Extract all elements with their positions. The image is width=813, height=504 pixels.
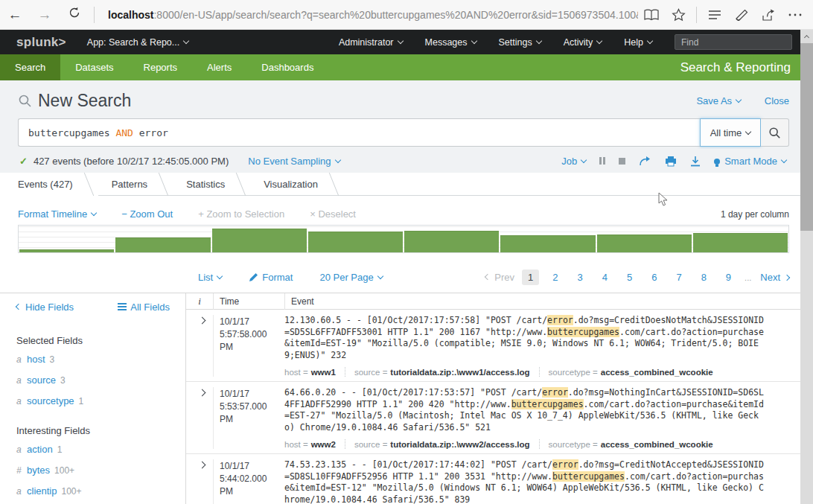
address-bar[interactable]: localhost:8000/en-US/app/search/search?q…	[99, 9, 638, 21]
field-host[interactable]: ahost3	[16, 352, 185, 367]
event-raw-text[interactable]: 12.130.60.5 - - [01/Oct/2017:17:57:58] "…	[284, 315, 792, 361]
nav-datasets[interactable]: Datasets	[60, 54, 128, 80]
export-icon[interactable]	[690, 156, 701, 167]
tab-statistics[interactable]: Statistics	[173, 173, 250, 196]
event-row: 10/1/175:57:58.000 PM 12.130.60.5 - - [0…	[186, 310, 813, 382]
event-raw-text[interactable]: 64.66.0.20 - - [01/Oct/2017:17:53:57] "P…	[284, 387, 792, 433]
nav-reports[interactable]: Reports	[129, 54, 193, 80]
host-field[interactable]: host =www1	[284, 368, 336, 377]
job-menu[interactable]: Job	[561, 156, 586, 167]
prev-label: Prev	[494, 272, 514, 283]
host-field[interactable]: host =www2	[284, 440, 336, 449]
share-icon[interactable]	[755, 4, 782, 25]
event-raw-text[interactable]: 74.53.23.135 - - [01/Oct/2017:17:44:02] …	[284, 459, 792, 504]
menu-administrator[interactable]: Administrator	[339, 37, 403, 48]
source-field[interactable]: source =tutorialdata.zip:.\www1/access.l…	[354, 368, 530, 377]
field-bytes[interactable]: #bytes100+	[16, 463, 185, 478]
hide-fields-button[interactable]: Hide Fields	[16, 302, 74, 313]
close-button[interactable]: Close	[765, 95, 789, 106]
tab-visualization[interactable]: Visualization	[250, 173, 343, 196]
timeline-bar[interactable]	[693, 233, 788, 252]
event-count-status: 427 events (before 10/2/17 12:45:05.000 …	[34, 156, 229, 167]
field-name: host	[27, 354, 45, 365]
page-button-7[interactable]: 7	[670, 269, 687, 285]
menu-activity[interactable]: Activity	[564, 37, 602, 48]
zoom-out-button[interactable]: − Zoom Out	[121, 208, 173, 220]
page-button-6[interactable]: 6	[645, 269, 663, 285]
all-fields-button[interactable]: All Fields	[118, 302, 170, 313]
page-button-8[interactable]: 8	[695, 269, 712, 285]
forward-icon[interactable]: →	[30, 7, 60, 23]
more-icon[interactable]	[782, 4, 809, 25]
field-clientip[interactable]: aclientip100+	[16, 484, 185, 499]
expand-event-button[interactable]	[186, 459, 213, 504]
timeline-bar[interactable]	[404, 231, 499, 252]
print-icon[interactable]	[665, 156, 677, 167]
splunk-logo[interactable]: splunk>	[16, 35, 66, 50]
events-table-header: i Time Event	[186, 293, 813, 310]
nav-alerts[interactable]: Alerts	[192, 54, 246, 80]
scrollbar-thumb[interactable]	[800, 43, 813, 231]
field-value: www2	[311, 440, 336, 449]
timeline-bar[interactable]	[597, 235, 692, 252]
stop-icon[interactable]	[619, 158, 625, 165]
timeline-bar[interactable]	[212, 229, 307, 252]
page-button-3[interactable]: 3	[571, 269, 588, 285]
hub-icon[interactable]	[701, 4, 728, 25]
sourcetype-field[interactable]: sourcetype =access_combined_wcookie	[549, 368, 713, 377]
field-sourcetype[interactable]: asourcetype1	[16, 394, 185, 409]
time-range-picker[interactable]: All time	[700, 118, 761, 147]
source-field[interactable]: source =tutorialdata.zip:.\www2/access.l…	[354, 440, 530, 449]
page-button-1[interactable]: 1	[522, 269, 539, 285]
field-type: a	[16, 373, 27, 388]
timeline-bar[interactable]	[115, 237, 210, 252]
browser-toolbar: ← → localhost:8000/en-US/app/search/sear…	[0, 0, 813, 30]
field-action[interactable]: aaction1	[16, 442, 185, 457]
favorites-star-icon[interactable]	[665, 4, 692, 25]
format-timeline-label: Format Timeline	[18, 208, 87, 220]
share-icon[interactable]	[639, 156, 651, 166]
list-view-menu[interactable]: List	[198, 272, 222, 283]
expand-event-button[interactable]	[186, 387, 213, 449]
page-scrollbar[interactable]	[800, 30, 813, 504]
scroll-up-arrow-icon[interactable]	[800, 30, 813, 42]
page-button-5[interactable]: 5	[621, 269, 638, 285]
menu-messages[interactable]: Messages	[425, 37, 476, 48]
app-menu[interactable]: App: Search & Repo...	[87, 37, 188, 48]
expand-event-button[interactable]	[186, 315, 213, 377]
tab-patterns[interactable]: Patterns	[98, 173, 173, 196]
field-count: 3	[60, 375, 66, 386]
search-query-input[interactable]: buttercupgames AND error	[18, 118, 700, 147]
job-label: Job	[561, 156, 577, 167]
menu-settings[interactable]: Settings	[499, 37, 541, 48]
pause-icon[interactable]	[599, 157, 605, 165]
search-submit-button[interactable]	[761, 118, 789, 147]
page-button-9[interactable]: 9	[720, 269, 737, 285]
format-menu[interactable]: Format	[249, 272, 293, 283]
field-source[interactable]: asource3	[16, 373, 185, 388]
menu-help[interactable]: Help	[624, 37, 652, 48]
reading-view-icon[interactable]	[638, 4, 665, 25]
find-input[interactable]	[675, 34, 792, 50]
nav-search[interactable]: Search	[0, 54, 60, 80]
page-button-2[interactable]: 2	[546, 269, 564, 285]
splunk-topbar: splunk> App: Search & Repo... Administra…	[0, 30, 813, 54]
nav-dashboards[interactable]: Dashboards	[246, 54, 328, 80]
event-sampling-menu[interactable]: No Event Sampling	[248, 156, 339, 167]
next-page-button[interactable]: Next	[760, 272, 789, 283]
per-page-menu[interactable]: 20 Per Page	[319, 272, 382, 283]
page-button-4[interactable]: 4	[596, 269, 613, 285]
timeline-bar[interactable]	[500, 235, 595, 252]
format-timeline-menu[interactable]: Format Timeline	[18, 208, 96, 220]
event-fields: host =www2 source =tutorialdata.zip:.\ww…	[284, 439, 792, 449]
sourcetype-field[interactable]: sourcetype =access_combined_wcookie	[549, 440, 713, 449]
timeline-bar[interactable]	[19, 249, 114, 252]
search-mode-menu[interactable]: Smart Mode	[714, 156, 786, 167]
web-note-icon[interactable]	[728, 4, 755, 25]
refresh-icon[interactable]	[60, 6, 89, 23]
timeline-bar[interactable]	[308, 232, 403, 252]
back-icon[interactable]: ←	[0, 7, 30, 23]
tab-events[interactable]: Events (427)	[0, 173, 98, 196]
event-clock: 5:57:58.000 PM	[220, 328, 280, 354]
save-as-button[interactable]: Save As	[696, 95, 741, 106]
